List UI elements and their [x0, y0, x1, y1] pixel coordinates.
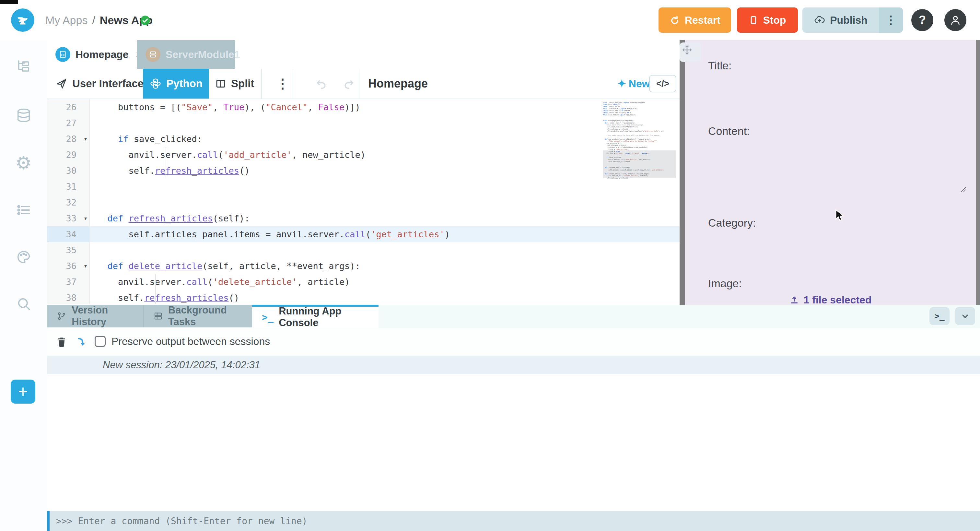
- database-icon[interactable]: [0, 104, 47, 127]
- publish-more-button[interactable]: ⋮: [879, 8, 903, 33]
- file-selected-label: 1 file selected: [804, 294, 872, 306]
- session-band: New session: 23/01/2025, 14:02:31: [47, 356, 980, 374]
- restart-button[interactable]: Restart: [659, 8, 731, 33]
- server-module-icon: [145, 47, 161, 62]
- settings-gear-icon[interactable]: ⚙: [0, 152, 47, 174]
- account-button[interactable]: [944, 9, 966, 31]
- tab-background-tasks-label: Background Tasks: [168, 305, 242, 328]
- undo-button[interactable]: [309, 69, 334, 99]
- image-label: Image:: [708, 277, 742, 290]
- split-view-button[interactable]: Split: [212, 69, 257, 99]
- code-editor[interactable]: 26 buttons = [("Save", True), ("Cancel",…: [47, 99, 679, 304]
- python-icon: [150, 78, 162, 90]
- restart-label: Restart: [685, 14, 721, 26]
- editor-toolbar: User Interface Python Split ⋮: [47, 69, 679, 99]
- stop-label: Stop: [763, 14, 786, 26]
- plus-icon: +: [18, 382, 28, 401]
- tab-background-tasks[interactable]: Background Tasks: [143, 305, 252, 327]
- tab-servermodule1-label: ServerModule1: [165, 49, 240, 61]
- form-title: Homepage: [366, 69, 430, 99]
- tab-running-app-console-label: Running App Console: [279, 305, 369, 329]
- stop-button[interactable]: Stop: [737, 8, 798, 33]
- tab-homepage-label: Homepage: [75, 49, 129, 61]
- add-button[interactable]: +: [11, 380, 35, 403]
- command-bar[interactable]: >>> Enter a command (Shift-Enter for new…: [47, 511, 980, 531]
- theme-palette-icon[interactable]: [0, 246, 47, 268]
- tab-running-app-console[interactable]: >_ Running App Console: [252, 305, 379, 327]
- anvil-logo-icon[interactable]: [11, 8, 34, 32]
- python-view-button[interactable]: Python: [143, 69, 209, 99]
- console-output[interactable]: [47, 374, 980, 511]
- kebab-icon: ⋮: [885, 13, 897, 27]
- indent-guide: [165, 147, 166, 179]
- console-tab-strip: Version History Background Tasks >_ Runn…: [47, 305, 980, 327]
- upload-icon: [789, 295, 799, 305]
- tab-version-history[interactable]: Version History: [47, 305, 143, 327]
- code-toggle-button[interactable]: </>: [649, 75, 676, 92]
- python-label: Python: [166, 78, 202, 90]
- app-browser-icon[interactable]: [0, 55, 47, 78]
- category-label: Category:: [708, 217, 756, 229]
- clear-console-trash-icon[interactable]: [56, 336, 67, 348]
- branch-icon: [57, 310, 67, 322]
- undo-icon: [315, 77, 328, 90]
- mouse-cursor: [834, 209, 846, 223]
- redo-icon: [342, 77, 355, 90]
- help-icon: ?: [919, 13, 926, 27]
- help-button[interactable]: ?: [911, 9, 933, 31]
- tab-version-history-label: Version History: [72, 305, 134, 328]
- list-icon[interactable]: [0, 199, 47, 222]
- terminal-icon: >_: [934, 311, 944, 321]
- breadcrumb: My Apps / News App: [45, 0, 153, 40]
- top-bar: My Apps / News App Restart Stop: [0, 0, 980, 40]
- session-text: New session: 23/01/2025, 14:02:31: [103, 356, 260, 374]
- tab-homepage[interactable]: Homepage ×: [47, 40, 137, 69]
- new-component-button[interactable]: ✦ New: [615, 69, 653, 99]
- toolbar-separator: [359, 69, 360, 99]
- preserve-output-checkbox[interactable]: [95, 336, 106, 347]
- publish-button-group: Publish ⋮: [802, 8, 903, 33]
- user-interface-label: User Interface: [72, 78, 143, 90]
- redo-button[interactable]: [336, 69, 361, 99]
- command-input-placeholder: >>> Enter a command (Shift-Enter for new…: [56, 511, 307, 531]
- left-sidebar: ⚙ +: [0, 40, 47, 531]
- code-rows: 26 buttons = [("Save", True), ("Cancel",…: [47, 99, 679, 304]
- sparkle-icon: ✦: [617, 78, 626, 90]
- cloud-upload-icon: [814, 14, 826, 26]
- preserve-output-label: Preserve output between sessions: [111, 327, 270, 356]
- indent-guide: [155, 274, 156, 304]
- publish-button[interactable]: Publish: [802, 8, 879, 33]
- restart-icon: [669, 14, 680, 26]
- toolbar-separator: [261, 69, 262, 99]
- toolbar-kebab-button[interactable]: ⋮: [270, 69, 295, 99]
- terminal-icon: >_: [262, 311, 274, 323]
- split-label: Split: [231, 78, 255, 90]
- form-icon: [56, 47, 70, 62]
- new-label: New: [629, 78, 650, 90]
- panel-divider[interactable]: [976, 40, 980, 305]
- anvil-ide: My Apps / News App Restart Stop: [0, 0, 980, 531]
- tab-servermodule1[interactable]: ServerModule1: [137, 40, 235, 69]
- move-panel-handle[interactable]: [679, 43, 701, 62]
- search-icon[interactable]: [0, 292, 47, 315]
- open-terminal-button[interactable]: >_: [929, 307, 950, 325]
- console-controls: Preserve output between sessions: [47, 327, 980, 356]
- follow-output-icon[interactable]: [76, 336, 88, 348]
- minimap-viewport[interactable]: [603, 150, 676, 178]
- kebab-icon: ⋮: [276, 76, 289, 91]
- breadcrumb-my-apps[interactable]: My Apps: [45, 14, 88, 27]
- chevron-down-icon: [960, 311, 970, 321]
- saved-check-icon: [140, 15, 150, 26]
- running-app-preview: Title: Hello World Content: Hello Catego…: [685, 40, 976, 305]
- code-icon: </>: [656, 78, 669, 89]
- user-interface-button[interactable]: User Interface: [53, 69, 146, 99]
- window-corner: [0, 0, 18, 4]
- title-label: Title:: [708, 59, 732, 72]
- breadcrumb-separator: /: [92, 14, 95, 27]
- editor-tab-strip: Homepage × ServerModule1: [47, 40, 679, 69]
- toolbar-separator: [293, 69, 293, 99]
- resize-handle-icon[interactable]: [959, 185, 966, 193]
- split-icon: [215, 78, 226, 89]
- collapse-panel-button[interactable]: [955, 307, 975, 325]
- panel-divider[interactable]: [679, 40, 685, 305]
